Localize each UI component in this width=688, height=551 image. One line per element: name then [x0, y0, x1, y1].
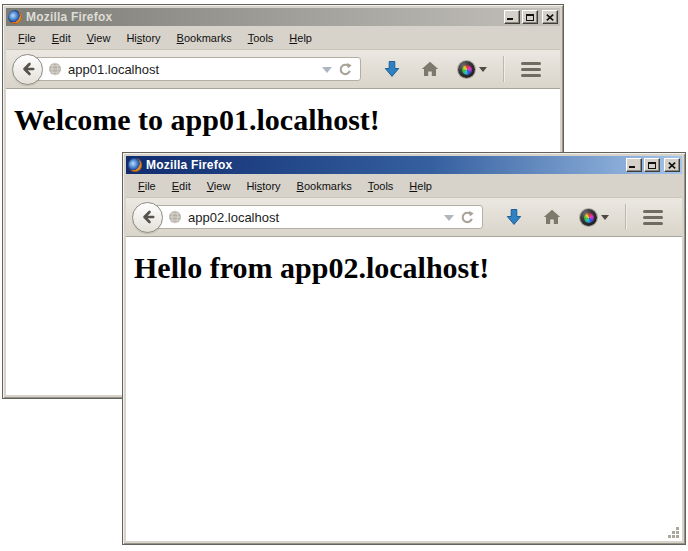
menu-view[interactable]: View: [79, 30, 119, 46]
hamburger-icon: [521, 62, 541, 77]
menu-tools[interactable]: Tools: [240, 30, 282, 46]
navigation-toolbar: app02.localhost: [126, 197, 682, 237]
menu-edit[interactable]: Edit: [44, 30, 79, 46]
site-globe-icon: [48, 62, 62, 76]
caret-down-icon: [479, 67, 487, 72]
menu-bookmarks[interactable]: Bookmarks: [169, 30, 240, 46]
close-button[interactable]: [542, 10, 558, 24]
menu-help[interactable]: Help: [281, 30, 320, 46]
reload-icon[interactable]: [338, 62, 353, 77]
download-arrow-icon: [384, 60, 400, 78]
menu-history[interactable]: History: [118, 30, 168, 46]
download-button[interactable]: [373, 53, 411, 85]
maximize-icon: [648, 162, 656, 169]
firefox-window-app02[interactable]: Mozilla Firefox File Edit View History B…: [122, 152, 686, 545]
menu-button[interactable]: [512, 53, 550, 85]
url-text[interactable]: app02.localhost: [188, 210, 438, 225]
back-button[interactable]: [12, 54, 43, 85]
download-button[interactable]: [495, 201, 533, 233]
url-text[interactable]: app01.localhost: [68, 62, 316, 77]
menubar: File Edit View History Bookmarks Tools H…: [6, 26, 560, 49]
firefox-logo-icon[interactable]: [8, 10, 22, 24]
page-heading: Welcome to app01.localhost!: [14, 103, 552, 137]
extension-colorwheel-button[interactable]: [449, 53, 495, 85]
resize-grip[interactable]: [667, 526, 680, 539]
minimize-icon: [629, 166, 635, 168]
urlbar-dropdown-icon[interactable]: [322, 67, 332, 73]
menu-bookmarks[interactable]: Bookmarks: [289, 178, 360, 194]
maximize-button[interactable]: [644, 158, 660, 172]
color-wheel-icon: [458, 61, 475, 78]
urlbar-dropdown-icon[interactable]: [444, 215, 454, 221]
minimize-button[interactable]: [626, 158, 642, 172]
back-arrow-icon: [140, 209, 156, 225]
menu-help[interactable]: Help: [401, 178, 440, 194]
back-button[interactable]: [132, 202, 163, 233]
url-bar[interactable]: app01.localhost: [33, 57, 361, 81]
minimize-icon: [507, 18, 513, 20]
back-arrow-icon: [20, 61, 36, 77]
url-bar[interactable]: app02.localhost: [153, 205, 483, 229]
close-icon: [668, 162, 676, 169]
menu-edit[interactable]: Edit: [164, 178, 199, 194]
navigation-toolbar: app01.localhost: [6, 49, 560, 89]
window-controls: [504, 10, 558, 24]
menu-button[interactable]: [634, 201, 672, 233]
maximize-icon: [526, 14, 534, 21]
window-title: Mozilla Firefox: [146, 158, 622, 172]
home-icon: [543, 209, 561, 225]
titlebar[interactable]: Mozilla Firefox: [6, 8, 560, 26]
menu-file[interactable]: File: [130, 178, 164, 194]
window-title: Mozilla Firefox: [26, 10, 500, 24]
firefox-logo-icon[interactable]: [128, 158, 142, 172]
menu-view[interactable]: View: [199, 178, 239, 194]
caret-down-icon: [601, 215, 609, 220]
hamburger-icon: [643, 210, 663, 225]
menubar: File Edit View History Bookmarks Tools H…: [126, 174, 682, 197]
minimize-button[interactable]: [504, 10, 520, 24]
close-button[interactable]: [664, 158, 680, 172]
toolbar-separator: [503, 56, 504, 82]
site-globe-icon: [168, 210, 182, 224]
page-content: Hello from app02.localhost!: [126, 237, 682, 541]
menu-history[interactable]: History: [238, 178, 288, 194]
download-arrow-icon: [506, 208, 522, 226]
home-button[interactable]: [533, 201, 571, 233]
titlebar[interactable]: Mozilla Firefox: [126, 156, 682, 174]
toolbar-separator: [625, 204, 626, 230]
reload-icon[interactable]: [460, 210, 475, 225]
page-heading: Hello from app02.localhost!: [134, 251, 674, 285]
menu-file[interactable]: File: [10, 30, 44, 46]
menu-tools[interactable]: Tools: [360, 178, 402, 194]
color-wheel-icon: [580, 209, 597, 226]
maximize-button[interactable]: [522, 10, 538, 24]
home-icon: [421, 61, 439, 77]
window-controls: [626, 158, 680, 172]
extension-colorwheel-button[interactable]: [571, 201, 617, 233]
home-button[interactable]: [411, 53, 449, 85]
close-icon: [546, 14, 554, 21]
